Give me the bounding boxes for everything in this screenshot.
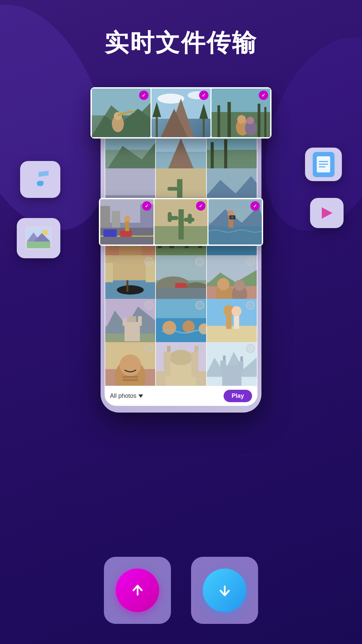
svg-point-26 xyxy=(246,117,254,124)
svg-rect-19 xyxy=(217,105,220,137)
grid-photo-18[interactable] xyxy=(207,342,257,386)
play-triangle-icon xyxy=(318,205,335,221)
image-gallery-icon xyxy=(25,226,52,250)
svg-point-131 xyxy=(163,321,176,334)
download-icon xyxy=(216,581,234,600)
music-note-icon xyxy=(30,169,50,190)
photo-cell-mid-1[interactable]: ✓ xyxy=(100,199,154,245)
unselected-check-17 xyxy=(195,344,204,353)
svg-rect-34 xyxy=(103,229,117,237)
svg-marker-153 xyxy=(167,346,171,352)
unselected-check-12 xyxy=(246,257,255,266)
svg-rect-41 xyxy=(178,209,184,239)
play-button[interactable]: Play xyxy=(224,390,252,402)
svg-rect-159 xyxy=(220,361,226,370)
photo-cell-top-3[interactable]: ✓ xyxy=(212,89,270,137)
svg-rect-137 xyxy=(226,314,231,329)
phone-screen: All photos Play xyxy=(105,124,257,406)
svg-rect-127 xyxy=(128,316,136,322)
top-photos-overlay: ✓ xyxy=(90,87,272,139)
phone-body: 11:11 xyxy=(101,104,261,413)
selected-check-4: ✓ xyxy=(142,201,152,211)
download-card[interactable] xyxy=(191,557,258,624)
svg-rect-20 xyxy=(227,102,231,137)
photo-cell-mid-3[interactable]: ✓ xyxy=(208,199,262,245)
grid-photo-17[interactable] xyxy=(156,342,206,386)
svg-point-150 xyxy=(170,350,193,365)
all-photos-filter[interactable]: All photos xyxy=(110,392,143,399)
svg-point-172 xyxy=(43,230,48,235)
unselected-check-14 xyxy=(195,301,204,310)
svg-point-144 xyxy=(120,355,141,376)
selected-check-3: ✓ xyxy=(259,91,268,100)
svg-marker-162 xyxy=(240,357,243,362)
svg-point-25 xyxy=(237,115,246,124)
photo-cell-mid-2[interactable]: ✓ xyxy=(155,199,208,245)
selected-check-2: ✓ xyxy=(199,91,208,100)
selected-check-6: ✓ xyxy=(250,201,260,211)
svg-rect-12 xyxy=(156,115,158,137)
grid-photo-14[interactable] xyxy=(156,299,206,349)
svg-point-5 xyxy=(114,112,122,120)
download-circle[interactable] xyxy=(203,569,246,612)
svg-marker-161 xyxy=(223,356,226,361)
svg-rect-138 xyxy=(234,315,239,329)
grid-photo-13[interactable] xyxy=(105,299,155,349)
photo-grid xyxy=(105,124,257,386)
grid-photo-16[interactable] xyxy=(105,342,155,386)
svg-rect-165 xyxy=(319,161,328,162)
svg-rect-146 xyxy=(123,379,138,381)
svg-point-120 xyxy=(234,280,245,290)
mid-photos-overlay: ✓ ✓ xyxy=(99,198,263,246)
svg-rect-107 xyxy=(126,280,128,292)
svg-rect-49 xyxy=(208,226,262,245)
upload-card[interactable] xyxy=(104,557,171,624)
unselected-check-11 xyxy=(195,257,204,266)
svg-point-106 xyxy=(117,285,143,295)
svg-marker-174 xyxy=(322,207,333,219)
svg-rect-167 xyxy=(319,166,325,167)
svg-marker-163 xyxy=(138,394,143,398)
svg-rect-14 xyxy=(203,117,205,137)
chevron-down-icon xyxy=(138,394,143,398)
photo-cell-top-1[interactable]: ✓ xyxy=(92,89,150,137)
svg-rect-21 xyxy=(257,104,260,137)
svg-rect-145 xyxy=(123,376,138,378)
grid-photo-11[interactable] xyxy=(156,255,206,305)
svg-rect-125 xyxy=(123,318,126,326)
unselected-check-13 xyxy=(144,301,153,310)
upload-icon xyxy=(128,581,147,600)
svg-rect-166 xyxy=(319,164,328,165)
phone-bottom-bar: All photos Play xyxy=(105,386,257,406)
grid-photo-12[interactable] xyxy=(207,255,257,305)
svg-point-53 xyxy=(231,216,234,219)
doc-file-icon xyxy=(317,156,330,172)
music-card xyxy=(20,161,60,198)
svg-rect-72 xyxy=(105,168,155,195)
svg-rect-22 xyxy=(264,107,266,137)
svg-point-37 xyxy=(124,216,130,222)
video-card xyxy=(310,198,344,228)
svg-rect-43 xyxy=(168,212,172,222)
document-card xyxy=(305,148,342,181)
upload-circle[interactable] xyxy=(116,569,159,612)
svg-rect-151 xyxy=(164,352,171,377)
grid-photo-10[interactable] xyxy=(105,255,155,305)
svg-rect-36 xyxy=(125,221,129,231)
svg-rect-152 xyxy=(191,352,198,377)
svg-rect-126 xyxy=(138,316,142,326)
svg-rect-104 xyxy=(105,263,113,282)
svg-rect-79 xyxy=(168,187,178,191)
all-photos-label: All photos xyxy=(110,392,136,399)
grid-photo-15[interactable] xyxy=(207,299,257,349)
transfer-section xyxy=(104,557,258,624)
svg-point-140 xyxy=(231,306,241,316)
svg-rect-160 xyxy=(238,362,243,370)
phone-mockup: 11:11 xyxy=(101,104,261,413)
photo-cell-top-2[interactable]: ✓ xyxy=(152,89,210,137)
document-icon xyxy=(313,152,335,177)
svg-rect-124 xyxy=(124,322,140,341)
unselected-check-15 xyxy=(246,301,255,310)
svg-rect-173 xyxy=(27,241,50,248)
svg-rect-45 xyxy=(188,214,192,224)
